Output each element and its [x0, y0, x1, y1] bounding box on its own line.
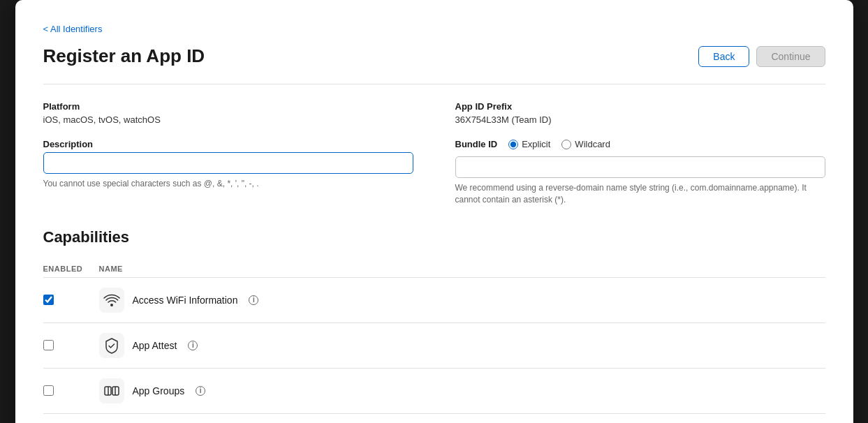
bundle-id-radio-group: Explicit Wildcard: [508, 139, 610, 149]
capabilities-section: Capabilities ENABLED NAME: [43, 228, 825, 414]
description-helper: You cannot use special characters such a…: [43, 178, 413, 190]
all-identifiers-link[interactable]: < All Identifiers: [43, 24, 103, 34]
groups-name-cell: App Groups i: [99, 378, 825, 403]
capability-row-groups: App Groups i: [43, 369, 825, 414]
capability-row-wifi: Access WiFi Information i: [43, 278, 825, 323]
bundle-id-input[interactable]: [455, 156, 825, 178]
main-window: < All Identifiers Register an App ID Bac…: [15, 0, 853, 423]
wifi-name-cell: Access WiFi Information i: [99, 288, 825, 313]
platform-value: iOS, macOS, tvOS, watchOS: [43, 114, 413, 125]
explicit-radio[interactable]: [508, 140, 518, 149]
wildcard-radio-option[interactable]: Wildcard: [561, 139, 610, 149]
explicit-label: Explicit: [522, 139, 550, 149]
bundle-id-label: Bundle ID: [455, 139, 498, 149]
app-id-prefix-value: 36X754L33M (Team ID): [455, 114, 825, 125]
wifi-checkbox-cell: [43, 295, 99, 305]
capabilities-title: Capabilities: [43, 228, 825, 246]
attest-checkbox[interactable]: [43, 340, 54, 350]
attest-info-icon[interactable]: i: [188, 341, 198, 350]
right-column: App ID Prefix 36X754L33M (Team ID) Bundl…: [455, 101, 825, 206]
groups-info-icon[interactable]: i: [196, 386, 205, 396]
wifi-name: Access WiFi Information: [133, 295, 238, 306]
groups-icon: [99, 378, 124, 403]
name-column-header: NAME: [99, 265, 825, 273]
groups-checkbox-cell: [43, 385, 99, 396]
description-label: Description: [43, 139, 413, 149]
attest-checkbox-cell: [43, 340, 99, 350]
svg-rect-3: [99, 378, 124, 403]
form-grid: Platform iOS, macOS, tvOS, watchOS Descr…: [43, 101, 825, 206]
attest-name: App Attest: [133, 340, 177, 351]
svg-rect-2: [99, 333, 124, 358]
header-divider: [43, 84, 825, 84]
page-title: Register an App ID: [43, 45, 205, 67]
wifi-checkbox[interactable]: [43, 295, 54, 305]
groups-checkbox[interactable]: [43, 385, 54, 396]
wifi-info-icon[interactable]: i: [249, 295, 258, 305]
svg-point-1: [110, 304, 113, 306]
back-button[interactable]: Back: [698, 46, 749, 67]
platform-label: Platform: [43, 101, 413, 112]
groups-name: App Groups: [133, 385, 185, 396]
wifi-icon: [99, 288, 124, 313]
capabilities-table-header: ENABLED NAME: [43, 260, 825, 278]
continue-button: Continue: [756, 46, 825, 67]
bundle-id-helper: We recommend using a reverse-domain name…: [455, 182, 825, 206]
description-input[interactable]: [43, 152, 413, 174]
explicit-radio-option[interactable]: Explicit: [508, 139, 550, 149]
wildcard-label: Wildcard: [575, 139, 610, 149]
header-buttons: Back Continue: [698, 46, 825, 67]
svg-rect-0: [99, 288, 124, 313]
bundle-id-row: Bundle ID Explicit Wildcard: [455, 139, 825, 149]
capability-row-attest: App Attest i: [43, 323, 825, 369]
attest-icon: [99, 333, 124, 358]
enabled-column-header: ENABLED: [43, 265, 99, 273]
attest-name-cell: App Attest i: [99, 333, 825, 358]
app-id-prefix-label: App ID Prefix: [455, 101, 825, 112]
page-header: Register an App ID Back Continue: [43, 45, 825, 67]
wildcard-radio[interactable]: [561, 140, 571, 149]
left-column: Platform iOS, macOS, tvOS, watchOS Descr…: [43, 101, 413, 206]
